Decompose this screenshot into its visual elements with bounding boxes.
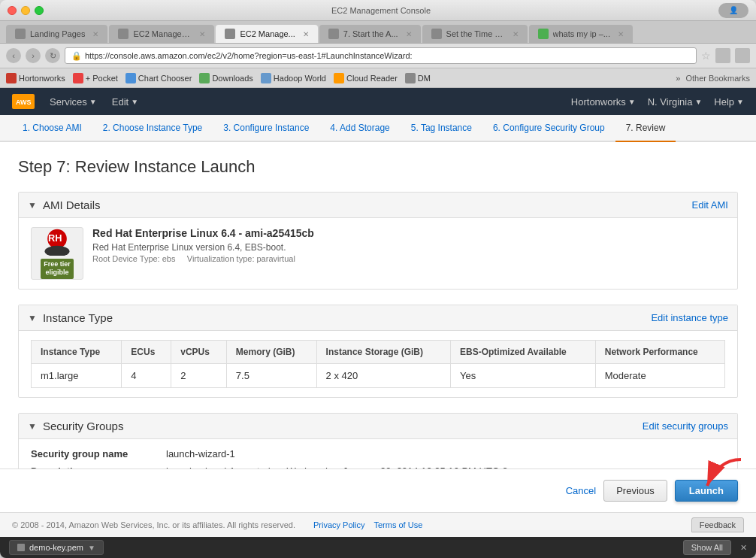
- col-instance-type: Instance Type: [32, 341, 122, 364]
- security-section-header: ▼ Security Groups Edit security groups: [19, 414, 737, 439]
- ami-collapse-icon[interactable]: ▼: [28, 200, 37, 211]
- col-ebs: EBS-Optimized Available: [450, 341, 595, 364]
- tab-time[interactable]: Set the Time fo... ✕: [422, 25, 528, 43]
- account-menu[interactable]: Hortonworks ▼: [571, 96, 636, 108]
- cell-ecus: 4: [122, 364, 171, 388]
- bookmark-downloads[interactable]: Downloads: [199, 73, 253, 83]
- account-label: Hortonworks: [571, 96, 626, 108]
- edit-security-groups-link[interactable]: Edit security groups: [643, 420, 728, 432]
- feedback-button[interactable]: Feedback: [691, 517, 744, 532]
- download-file-item[interactable]: demo-key.pem ▼: [9, 540, 104, 555]
- reload-button[interactable]: ↻: [45, 48, 60, 63]
- bookmark-cloud-reader[interactable]: Cloud Reader: [334, 73, 398, 83]
- instance-section-title: Instance Type: [43, 311, 113, 324]
- step-tab-2[interactable]: 2. Choose Instance Type: [92, 115, 213, 142]
- bookmark-star-icon[interactable]: ☆: [701, 50, 711, 62]
- main-content: Step 7: Review Instance Launch ▼ AMI Det…: [0, 142, 756, 469]
- privacy-policy-link[interactable]: Privacy Policy: [313, 520, 364, 529]
- step-tab-7[interactable]: 7. Review: [615, 115, 676, 142]
- extensions-icon[interactable]: [715, 48, 730, 63]
- bookmark-label: Hadoop World: [274, 74, 326, 83]
- maximize-window-button[interactable]: [35, 6, 44, 15]
- tab-close-icon[interactable]: ✕: [618, 30, 624, 38]
- forward-button[interactable]: ›: [26, 48, 41, 63]
- help-caret-icon: ▼: [736, 98, 744, 106]
- page-title: Step 7: Review Instance Launch: [18, 157, 738, 177]
- edit-ami-link[interactable]: Edit AMI: [692, 199, 728, 211]
- edit-menu[interactable]: Edit ▼: [112, 96, 138, 108]
- bookmark-chart[interactable]: Chart Chooser: [125, 73, 192, 83]
- free-tier-line2: eligible: [45, 268, 68, 276]
- tab-close-icon[interactable]: ✕: [513, 30, 519, 38]
- region-caret-icon: ▼: [694, 98, 702, 106]
- minimize-window-button[interactable]: [21, 6, 30, 15]
- terms-of-use-link[interactable]: Terms of Use: [373, 520, 422, 529]
- col-storage: Instance Storage (GiB): [316, 341, 450, 364]
- ami-title-row: ▼ AMI Details: [28, 199, 101, 211]
- download-file-icon: [17, 544, 25, 551]
- previous-button[interactable]: Previous: [603, 480, 667, 502]
- bookmark-favicon-pocket: [73, 73, 83, 83]
- footer-container: Cancel Previous Launch: [0, 469, 756, 512]
- step-tab-3[interactable]: 3. Configure Instance: [213, 115, 319, 142]
- aws-logo[interactable]: AWS: [12, 94, 35, 109]
- ami-image-box: RH Free tier eligible: [31, 227, 83, 280]
- security-collapse-icon[interactable]: ▼: [28, 421, 37, 432]
- tab-close-icon[interactable]: ✕: [303, 30, 309, 38]
- col-ecus: ECUs: [122, 341, 171, 364]
- help-menu[interactable]: Help ▼: [714, 96, 744, 108]
- region-menu[interactable]: N. Virginia ▼: [648, 96, 703, 108]
- download-dropdown-icon[interactable]: ▼: [88, 544, 95, 552]
- security-title-row: ▼ Security Groups: [28, 420, 123, 432]
- bookmark-pocket[interactable]: + Pocket: [73, 73, 118, 83]
- tab-start[interactable]: 7. Start the A... ✕: [319, 25, 421, 43]
- bookmark-hortonworks[interactable]: Hortonworks: [6, 73, 65, 83]
- back-button[interactable]: ‹: [6, 48, 21, 63]
- tab-myip[interactable]: whats my ip –... ✕: [529, 25, 633, 43]
- ami-description: Red Hat Enterprise Linux version 6.4, EB…: [92, 242, 314, 253]
- bookmark-favicon-cloud: [334, 73, 344, 83]
- edit-caret-icon: ▼: [131, 98, 138, 106]
- address-input[interactable]: 🔒 https://console.aws.amazon.com/ec2/v2/…: [65, 47, 697, 64]
- tab-icon: [225, 29, 235, 39]
- tab-close-icon[interactable]: ✕: [92, 30, 98, 38]
- sg-name-label: Security group name: [31, 448, 151, 459]
- step-tab-1[interactable]: 1. Choose AMI: [12, 115, 92, 142]
- tab-icon: [328, 29, 339, 39]
- bookmark-hadoop[interactable]: Hadoop World: [261, 73, 326, 83]
- bookmark-label: DM: [418, 74, 431, 83]
- bookmark-label: Hortonworks: [19, 74, 65, 83]
- sg-name-value: launch-wizard-1: [166, 448, 235, 459]
- step-tab-5[interactable]: 5. Tag Instance: [401, 115, 482, 142]
- tab-landing-pages[interactable]: Landing Pages ✕: [6, 25, 107, 43]
- region-label: N. Virginia: [648, 96, 693, 108]
- services-caret-icon: ▼: [89, 98, 97, 106]
- launch-button[interactable]: Launch: [675, 480, 738, 502]
- close-window-button[interactable]: [8, 6, 17, 15]
- bookmark-favicon-hadoop: [261, 73, 271, 83]
- bookmarks-bar: Hortonworks + Pocket Chart Chooser Downl…: [0, 68, 756, 88]
- bookmark-dm[interactable]: DM: [405, 73, 431, 83]
- profile-icon[interactable]: 👤: [718, 3, 748, 18]
- show-all-button[interactable]: Show All: [683, 540, 731, 555]
- step-tab-6[interactable]: 6. Configure Security Group: [482, 115, 615, 142]
- tab-ec2-active[interactable]: EC2 Manage... ✕: [216, 25, 317, 43]
- bookmarks-more[interactable]: » Other Bookmarks: [676, 74, 750, 83]
- tab-close-icon[interactable]: ✕: [199, 30, 205, 38]
- cancel-button[interactable]: Cancel: [566, 485, 596, 496]
- svg-text:AWS: AWS: [16, 99, 32, 106]
- menu-icon[interactable]: [735, 48, 750, 63]
- svg-point-3: [45, 246, 70, 256]
- cell-ebs: Yes: [450, 364, 595, 388]
- edit-instance-type-link[interactable]: Edit instance type: [651, 312, 728, 323]
- download-bar-close-icon[interactable]: ✕: [740, 543, 747, 553]
- tab-close-icon[interactable]: ✕: [406, 30, 412, 38]
- step-tab-4[interactable]: 4. Add Storage: [319, 115, 400, 142]
- ami-name: Red Hat Enterprise Linux 6.4 - ami-a2541…: [92, 227, 314, 239]
- tab-icon: [15, 29, 26, 39]
- services-menu[interactable]: Services ▼: [50, 96, 97, 108]
- aws-navbar: AWS Services ▼ Edit ▼ Hortonworks ▼ N. V…: [0, 88, 756, 115]
- instance-section-body: Instance Type ECUs vCPUs Memory (GiB) In…: [19, 331, 737, 397]
- tab-ec2-1[interactable]: EC2 Managem... ✕: [109, 25, 214, 43]
- instance-collapse-icon[interactable]: ▼: [28, 313, 37, 323]
